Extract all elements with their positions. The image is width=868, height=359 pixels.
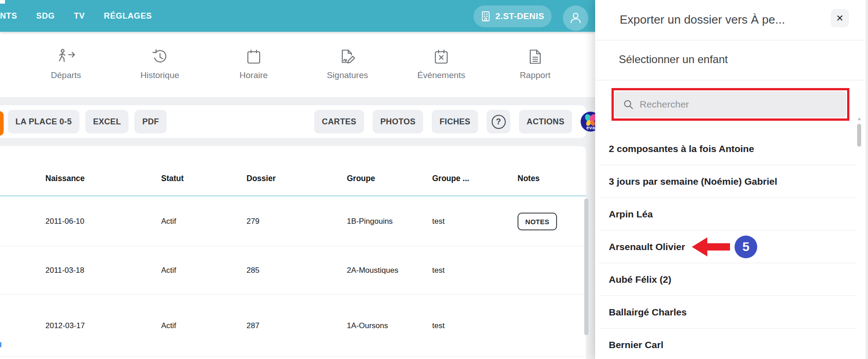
report-document-icon [528,49,542,65]
toolbar-card: LA PLACE 0-5 EXCEL PDF CARTES PHOTOS FIC… [0,105,586,138]
tab-evenements[interactable]: Événements [395,32,488,97]
list-item-child[interactable]: 2 composantes à la fois Antoine [595,133,868,165]
export-dossier-panel: Exporter un dossier vers À pe... ✕ Sélec… [595,0,868,359]
site-selector-label: 2.ST-DENIS [495,11,544,21]
cell-statut: Actif [161,215,176,228]
list-item-child[interactable]: Bernier Carl [595,329,868,359]
cell-groupe-2: test [432,264,444,277]
tab-signatures[interactable]: Signatures [301,32,395,97]
user-avatar-button[interactable] [563,5,588,31]
site-selector-button[interactable]: 2.ST-DENIS [473,5,552,27]
select-child-heading: Sélectionner un enfant [619,53,728,66]
top-nav-item-reglages[interactable]: RÉGLAGES [104,11,152,21]
tab-label: Rapport [520,70,551,80]
children-list: 2 composantes à la fois Antoine 3 jours … [595,133,868,359]
table-row[interactable]: 2012-03-17 Actif 287 1A-Oursons test [0,295,586,357]
building-icon [481,11,491,22]
cell-statut: Actif [161,320,176,332]
list-item-child[interactable]: Aubé Félix (2) [595,263,868,296]
page-scrollbar-track [866,0,868,359]
history-clock-icon [151,49,168,65]
column-header-groupe-2: Groupe ... [432,174,469,183]
la-place-button[interactable]: LA PLACE 0-5 [8,110,79,133]
photos-button[interactable]: PHOTOS [373,110,423,133]
tab-horaire[interactable]: Horaire [207,32,301,97]
children-table-card: Naissance Statut Dossier Groupe Groupe .… [0,146,586,359]
panel-header-divider [595,40,868,40]
pdf-button[interactable]: PDF [134,110,167,133]
cell-dossier: 279 [247,215,259,228]
panel-scrollbar-arrow [858,117,861,120]
cell-naissance: 2011-06-10 [45,215,84,228]
top-nav-item-sdg[interactable]: SDG [36,11,55,21]
tab-departs[interactable]: Départs [19,32,113,97]
top-nav-item-nts[interactable]: NTS [0,11,17,21]
list-item-child[interactable]: Arpin Léa [595,198,868,231]
tab-label: Horaire [240,70,268,80]
app-screen: NTS SDG TV RÉGLAGES 2.ST-DENIS [0,0,868,359]
question-mark-icon: ? [492,115,506,129]
departures-walker-icon [55,49,76,65]
cell-groupe: 1B-Pingouins [347,215,393,228]
tab-rapport[interactable]: Rapport [488,32,582,97]
clipped-orange-button[interactable] [0,111,4,136]
calendar-x-icon [433,49,449,65]
cell-naissance: 2011-03-18 [45,264,84,277]
actions-button[interactable]: ACTIONS [519,110,572,133]
table-row[interactable]: 2011-03-18 Actif 285 2A-Moustiques test [0,247,586,295]
panel-title: Exporter un dossier vers À pe... [620,13,785,27]
content-scrollbar-thumb[interactable] [584,199,588,335]
red-arrow-annotation [692,236,730,259]
feature-nav: Départs Historique [0,32,595,97]
clipped-blue-element[interactable] [0,342,1,347]
calendar-icon [246,49,262,65]
column-header-notes: Notes [518,174,540,183]
cartes-button[interactable]: CARTES [314,110,364,133]
excel-button[interactable]: EXCEL [85,110,129,133]
table-row[interactable]: 2011-06-10 Actif 279 1B-Pingouins test N… [0,197,586,246]
main-content: NTS SDG TV RÉGLAGES 2.ST-DENIS [0,0,595,359]
red-annotation-box [612,88,849,121]
notes-button[interactable]: NOTES [518,212,557,230]
cell-dossier: 287 [247,320,259,332]
cell-statut: Actif [161,264,176,277]
tab-label: Historique [140,70,179,80]
search-input[interactable] [640,99,838,110]
tab-label: Départs [51,70,81,80]
cell-dossier: 285 [247,264,259,277]
close-icon[interactable]: ✕ [831,9,849,27]
help-button[interactable]: ? [487,110,510,133]
search-field [615,91,846,118]
tab-label: Événements [417,70,465,80]
column-header-statut: Statut [161,174,184,183]
tab-label: Signatures [327,70,368,80]
column-header-naissance: Naissance [45,174,85,183]
step-number-badge: 5 [735,236,757,258]
cell-groupe: 2A-Moustiques [347,264,398,277]
top-nav-item-tv[interactable]: TV [74,11,85,21]
person-icon [568,11,583,25]
cell-groupe: 1A-Oursons [347,320,388,332]
table-header-row: Naissance Statut Dossier Groupe Groupe .… [0,146,586,195]
list-item-child[interactable]: 3 jours par semaine (Noémie) Gabriel [595,165,868,198]
list-item-child[interactable]: Arsenault Olivier [595,231,868,263]
cell-naissance: 2012-03-17 [45,320,85,332]
column-header-dossier: Dossier [247,174,276,183]
top-navigation-bar: NTS SDG TV RÉGLAGES 2.ST-DENIS [0,0,595,32]
panel-scrollbar-thumb[interactable] [857,124,861,147]
tab-historique[interactable]: Historique [113,32,207,97]
column-header-groupe: Groupe [347,174,375,183]
panel-subtitle-divider [595,80,868,80]
signature-document-icon [338,49,356,65]
cell-groupe-2: test [432,215,444,228]
search-icon [623,99,634,110]
list-item-child[interactable]: Ballairgé Charles [595,296,868,329]
top-nav-links: NTS SDG TV RÉGLAGES [0,0,152,32]
fiches-button[interactable]: FICHES [432,110,478,133]
cell-groupe-2: test [432,320,444,332]
